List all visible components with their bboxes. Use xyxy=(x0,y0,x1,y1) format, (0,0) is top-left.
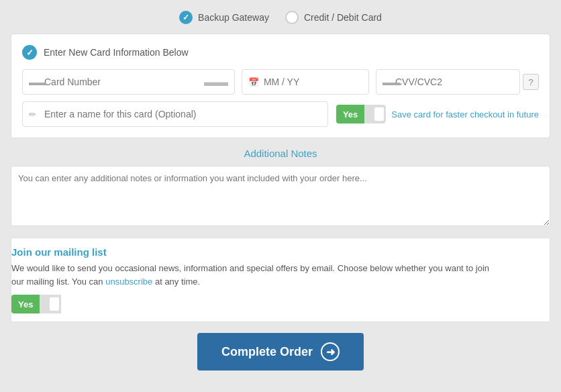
additional-notes-title: Additional Notes xyxy=(11,148,550,159)
unsubscribe-link[interactable]: unsubscribe xyxy=(105,277,152,287)
credit-card-radio[interactable] xyxy=(285,11,299,24)
credit-card-label: Credit / Debit Card xyxy=(304,12,382,23)
card-number-input[interactable] xyxy=(22,69,235,95)
complete-order-label: Complete Order xyxy=(221,345,313,359)
mailing-title: Join our mailing list xyxy=(11,246,550,258)
card-panel-header-text: Enter New Card Information Below xyxy=(44,47,189,58)
card-info-panel: Enter New Card Information Below ▬▬ ▬▬ 📅… xyxy=(11,34,550,138)
mailing-toggle-knob xyxy=(50,297,59,311)
card-panel-header: Enter New Card Information Below xyxy=(22,45,539,60)
card-name-save-row: ✏ Yes Save card for faster checkout in f… xyxy=(22,101,539,127)
backup-gateway-option[interactable]: Backup Gateway xyxy=(179,11,269,24)
mailing-description: We would like to send you occasional new… xyxy=(11,262,550,288)
mailing-toggle-button[interactable]: Yes xyxy=(11,295,550,313)
expiry-input[interactable] xyxy=(242,69,369,95)
cvv-wrapper: ▬▬ ? xyxy=(376,69,539,95)
panel-check-icon xyxy=(22,45,37,60)
save-toggle-button[interactable]: Yes xyxy=(336,105,386,124)
complete-order-row: Complete Order ➜ xyxy=(11,333,550,371)
cvv-icon: ▬▬ xyxy=(382,77,400,87)
backup-gateway-label: Backup Gateway xyxy=(198,12,269,23)
card-fields-row: ▬▬ ▬▬ 📅 ▬▬ ? xyxy=(22,69,539,95)
mailing-list-section: Join our mailing list We would like to s… xyxy=(11,238,550,322)
card-number-wrapper: ▬▬ ▬▬ xyxy=(22,69,235,95)
credit-card-option[interactable]: Credit / Debit Card xyxy=(285,11,382,24)
gateway-selector: Backup Gateway Credit / Debit Card xyxy=(11,11,550,24)
complete-order-arrow-icon: ➜ xyxy=(321,342,340,361)
save-toggle-group: Yes Save card for faster checkout in fut… xyxy=(336,105,539,124)
expiry-wrapper: 📅 xyxy=(242,69,369,95)
pencil-icon: ✏ xyxy=(29,109,36,119)
card-name-input[interactable] xyxy=(22,101,328,127)
complete-order-button[interactable]: Complete Order ➜ xyxy=(197,333,364,371)
save-toggle-yes-label: Yes xyxy=(336,105,364,124)
backup-gateway-radio[interactable] xyxy=(179,11,193,24)
save-toggle-knob xyxy=(374,107,384,121)
additional-notes-textarea[interactable] xyxy=(11,166,550,226)
save-card-label: Save card for faster checkout in future xyxy=(391,109,539,119)
cvv-help-button[interactable]: ? xyxy=(523,74,539,90)
mailing-toggle-yes-label: Yes xyxy=(11,295,40,313)
card-name-wrapper: ✏ xyxy=(22,101,328,127)
save-toggle-track xyxy=(364,105,386,124)
card-icon: ▬▬ xyxy=(29,77,46,87)
calendar-icon: 📅 xyxy=(248,77,259,87)
card-brand-icon: ▬▬ xyxy=(204,75,228,89)
additional-notes-section: Additional Notes xyxy=(11,148,550,228)
mailing-toggle-track xyxy=(40,295,61,313)
